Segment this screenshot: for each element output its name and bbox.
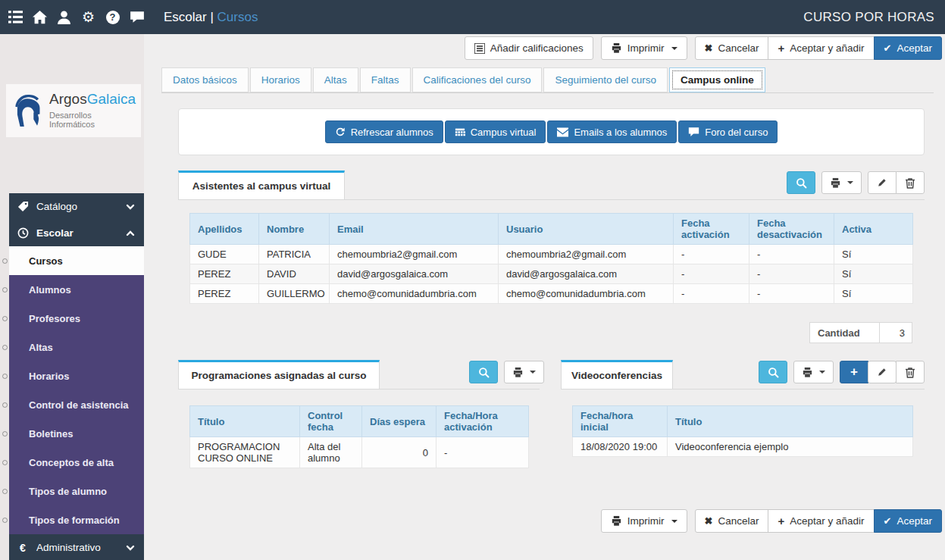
column-header-control-fecha[interactable]: Control fecha [300,406,362,437]
sidebar-group-administrativo[interactable]: € Administrativo [0,534,144,560]
column-header-email[interactable]: Email [330,214,499,245]
tab-calificaciones-del-curso[interactable]: Calificaciones del curso [412,67,543,92]
add-grades-button[interactable]: Añadir calificaciones [465,36,593,60]
helmet-logo-icon [12,93,44,128]
column-header-fecha-hora-activacion[interactable]: Fecha/Hora activación [437,406,529,437]
delete-button[interactable] [896,171,925,194]
column-header-fecha-desactivacion[interactable]: Fecha desactivación [749,214,834,245]
table-row[interactable]: PEREZDAVIDdavid@argosgalaica.comdavid@ar… [190,264,913,284]
column-header-titulo[interactable]: Título [668,406,913,437]
brand-primary: Argos [49,91,87,107]
column-header-dias-espera[interactable]: Días espera [362,406,437,437]
edit-button[interactable] [868,361,896,383]
gear-icon[interactable]: ⚙ [80,9,96,25]
circle-bullet-icon [2,460,8,465]
videoconferences-section-tab[interactable]: Videoconferencias [561,360,673,389]
print-button[interactable]: Imprimir [601,509,687,533]
sidebar-item-altas[interactable]: Altas [0,333,144,361]
sidebar-item-label: Profesores [9,304,144,333]
table-cell: - [674,245,749,264]
attendees-toolbar [787,171,925,194]
email-students-button[interactable]: Emails a los alumnos [547,120,677,143]
chevron-up-icon [126,229,135,238]
sidebar-item-alumnos[interactable]: Alumnos [0,275,144,304]
sidebar-item-cursos[interactable]: Cursos [0,246,144,275]
print-dropdown-button[interactable] [821,171,862,194]
cancel-button[interactable]: ✖ Cancelar [695,36,769,60]
table-cell: - [749,245,834,264]
help-icon[interactable]: ? [105,9,120,25]
column-header-fecha-activacion[interactable]: Fecha activación [674,214,749,245]
column-header-activa[interactable]: Activa [834,214,913,245]
table-cell: PATRICIA [259,245,330,264]
table-row[interactable]: GUDEPATRICIAchemoumbria2@gmail.comchemou… [190,245,913,264]
sidebar-item-horarios[interactable]: Horarios [0,361,144,390]
delete-button[interactable] [896,361,925,383]
accept-and-add-button[interactable]: + Aceptar y añadir [768,36,874,60]
search-button[interactable] [469,361,498,383]
add-button[interactable]: + [840,361,868,383]
circle-bullet-icon [2,402,8,408]
column-header-nombre[interactable]: Nombre [259,214,330,245]
chat-icon[interactable] [129,9,145,25]
tab-altas[interactable]: Altas [313,67,358,92]
refresh-students-button[interactable]: Refrescar alumnos [325,120,443,143]
table-cell: Sí [834,264,913,284]
accept-button[interactable]: ✔ Aceptar [874,36,942,60]
brand-secondary: Galaica [87,91,136,107]
table-cell: PROGRAMACION CURSO ONLINE [190,437,300,468]
sidebar-item-control-de-asistencia[interactable]: Control de asistencia [0,390,144,419]
table-cell: - [674,264,749,284]
search-button[interactable] [787,171,815,194]
user-icon[interactable] [56,9,72,25]
sidebar-group-catalogo[interactable]: Catálogo [0,193,144,220]
tab-seguimiento-del-curso[interactable]: Seguimiento del curso [543,67,668,92]
sidebar-item-label: Boletines [9,419,144,448]
course-tabs: Datos básicosHorariosAltasFaltasCalifica… [161,67,934,93]
table-cell: chemo@comunidadumbria.com [499,284,674,304]
breadcrumb-page[interactable]: Cursos [217,10,258,24]
table-row[interactable]: PROGRAMACION CURSO ONLINEAlta del alumno… [190,437,529,468]
sidebar-item-boletines[interactable]: Boletines [0,419,144,448]
home-icon[interactable] [32,9,48,25]
table-row[interactable]: PEREZGUILLERMOchemo@comunidadumbria.comc… [190,284,913,304]
sidebar-item-tipos-de-formacion[interactable]: Tipos de formación [0,505,144,534]
column-header-apellidos[interactable]: Apellidos [190,214,259,245]
top-navbar: ⚙ ? Escolar | Cursos CURSO POR HORAS [0,0,945,34]
sidebar-group-escolar[interactable]: Escolar [0,220,144,246]
virtual-campus-button[interactable]: Campus virtual [445,120,546,143]
plus-icon: + [778,515,784,527]
cancel-button[interactable]: ✖ Cancelar [695,509,769,533]
logo[interactable]: ArgosGalaica Desarrollos Informáticos [6,84,141,137]
list-menu-icon[interactable] [8,9,23,25]
caret-down-icon [671,520,677,523]
programs-section-tab[interactable]: Programaciones asignadas al curso [178,360,380,389]
table-cell: PEREZ [190,264,259,284]
course-forum-button[interactable]: Foro del curso [678,120,778,143]
tab-horarios[interactable]: Horarios [250,67,311,92]
sidebar-item-label: Tipos de formación [9,505,144,534]
column-header-usuario[interactable]: Usuario [499,214,674,245]
tab-campus-online[interactable]: Campus online [669,67,765,92]
attendees-section-tab[interactable]: Asistentes al campus virtual [178,171,345,200]
print-dropdown-button[interactable] [504,361,544,383]
printer-icon [512,367,524,378]
column-header-fecha-hora-inicial[interactable]: Fecha/hora inicial [573,406,668,437]
caret-down-icon [819,371,825,374]
accept-and-add-button[interactable]: + Aceptar y añadir [768,509,874,533]
edit-button[interactable] [868,171,896,194]
print-button[interactable]: Imprimir [601,36,687,60]
accept-button[interactable]: ✔ Aceptar [874,509,942,533]
circle-bullet-icon [2,287,8,293]
printer-icon [802,367,813,378]
tab-faltas[interactable]: Faltas [360,67,411,92]
table-row[interactable]: 18/08/2020 19:00Videoconferencia ejemplo [573,437,913,457]
sidebar-item-conceptos-de-alta[interactable]: Conceptos de alta [0,448,144,477]
print-dropdown-button[interactable] [793,361,834,383]
sidebar-item-tipos-de-alumno[interactable]: Tipos de alumno [0,477,144,505]
column-header-titulo[interactable]: Título [190,406,300,437]
sidebar-item-profesores[interactable]: Profesores [0,304,144,333]
tab-datos-basicos[interactable]: Datos básicos [161,67,249,92]
logo-text: ArgosGalaica Desarrollos Informáticos [49,92,136,129]
search-button[interactable] [759,361,787,383]
